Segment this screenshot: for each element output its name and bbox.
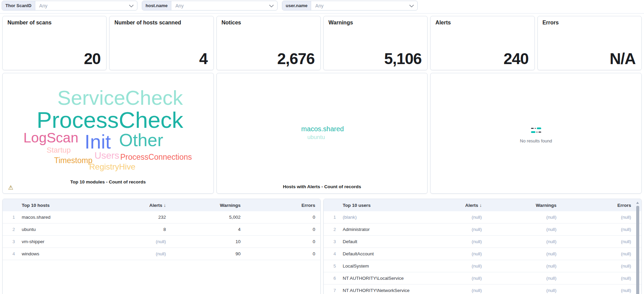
row-number: 3 bbox=[324, 239, 339, 244]
table-row: 3vm-shipper(null)100 bbox=[3, 236, 320, 248]
warning-icon[interactable]: ⚠ bbox=[8, 185, 13, 191]
warnings-cell: (null) bbox=[482, 239, 556, 244]
tag-word-other[interactable]: Other bbox=[119, 131, 163, 149]
modules-tag-cloud-panel: ServiceCheckProcessCheckLogScanInitOther… bbox=[2, 73, 214, 194]
warnings-column-header[interactable]: Warnings bbox=[482, 203, 556, 208]
name-cell: macos.shared bbox=[18, 215, 98, 220]
hosts-alerts-cloud-panel: macos.sharedubuntu Hosts with Alerts - C… bbox=[216, 73, 428, 194]
errors-cell: (null) bbox=[556, 227, 631, 232]
no-results-message: No results found bbox=[520, 138, 552, 143]
table-row: 5LocalSystem(null)(null)(null) bbox=[324, 260, 641, 272]
errors-cell: 0 bbox=[241, 227, 315, 232]
alerts-cell: (null) bbox=[98, 251, 166, 256]
row-number: 1 bbox=[3, 215, 18, 220]
panel-title: Number of hosts scanned bbox=[114, 20, 208, 26]
row-number: 4 bbox=[324, 251, 339, 256]
chevron-down-icon bbox=[129, 2, 134, 7]
metric-value: 2,676 bbox=[277, 50, 315, 68]
chevron-down-icon bbox=[409, 2, 414, 7]
metric-value: N/A bbox=[610, 50, 636, 68]
tag-word-ubuntu[interactable]: ubuntu bbox=[307, 134, 325, 140]
table-scrollbar[interactable] bbox=[636, 206, 639, 294]
errors-cell: (null) bbox=[556, 288, 631, 293]
filter-thor-scanid[interactable]: Thor ScanID Any bbox=[2, 1, 137, 11]
panel-title: Errors bbox=[543, 20, 637, 26]
tag-cloud: ServiceCheckProcessCheckLogScanInitOther… bbox=[3, 73, 213, 193]
filter-user-name[interactable]: user.name Any bbox=[282, 1, 418, 11]
metric-value: 240 bbox=[504, 50, 529, 68]
alerts-cell: 232 bbox=[98, 215, 166, 220]
tag-word-timestomp[interactable]: Timestomp bbox=[54, 157, 93, 164]
alerts-cell: (null) bbox=[414, 239, 482, 244]
scrollbar-up-arrow-icon[interactable] bbox=[636, 202, 639, 204]
name-cell: NT AUTHORITY\NetworkService bbox=[339, 288, 414, 293]
table-row: 2ubuntu840 bbox=[3, 223, 320, 236]
metric-notices: Notices 2,676 bbox=[216, 16, 321, 70]
alerts-cell: (null) bbox=[414, 227, 482, 232]
users-column-header[interactable]: Top 10 users bbox=[339, 203, 414, 208]
filter-value-select[interactable]: Any bbox=[171, 1, 277, 10]
alerts-cell: (null) bbox=[98, 239, 166, 244]
panel-title: Warnings bbox=[328, 20, 422, 26]
filter-bar: Thor ScanID Any host.name Any user.name … bbox=[0, 0, 644, 14]
hosts-column-header[interactable]: Top 10 hosts bbox=[18, 203, 98, 208]
row-number: 4 bbox=[3, 251, 18, 256]
tag-word-servicecheck[interactable]: ServiceCheck bbox=[57, 88, 183, 108]
warnings-cell: (null) bbox=[482, 251, 556, 256]
metric-alerts: Alerts 240 bbox=[430, 16, 534, 70]
alerts-cell: (null) bbox=[414, 251, 482, 256]
metric-hosts-scanned: Number of hosts scanned 4 bbox=[109, 16, 213, 70]
tag-word-processcheck[interactable]: ProcessCheck bbox=[37, 109, 183, 131]
alerts-column-header[interactable]: Alerts↓ bbox=[414, 203, 482, 208]
metric-errors: Errors N/A bbox=[537, 16, 642, 70]
tag-word-registryhive[interactable]: RegistryHive bbox=[89, 163, 135, 171]
filter-value-select[interactable]: Any bbox=[311, 1, 417, 10]
tag-word-macos.shared[interactable]: macos.shared bbox=[301, 125, 344, 132]
metric-warnings: Warnings 5,106 bbox=[323, 16, 428, 70]
tag-word-processconnections[interactable]: ProcessConnections bbox=[120, 153, 192, 161]
errors-column-header[interactable]: Errors bbox=[556, 203, 631, 208]
tag-word-init[interactable]: Init bbox=[84, 132, 111, 152]
errors-cell: (null) bbox=[556, 263, 631, 269]
errors-column-header[interactable]: Errors bbox=[241, 203, 315, 208]
tag-word-logscan[interactable]: LogScan bbox=[23, 131, 78, 145]
name-cell: LocalSystem bbox=[339, 263, 414, 269]
selected-value: Any bbox=[175, 3, 184, 8]
errors-cell: (null) bbox=[556, 215, 631, 220]
warnings-cell: (null) bbox=[482, 215, 556, 220]
viz-title: Hosts with Alerts - Count of records bbox=[217, 184, 428, 189]
filter-label: host.name bbox=[142, 1, 171, 10]
top-users-table-panel: Top 10 users Alerts↓ Warnings Errors 1(b… bbox=[323, 199, 642, 294]
metric-value: 5,106 bbox=[384, 50, 421, 68]
filter-value-select[interactable]: Any bbox=[35, 1, 137, 10]
filter-label: user.name bbox=[282, 1, 311, 10]
dashboard-grid: Number of scans 20 Number of hosts scann… bbox=[0, 14, 644, 294]
sort-desc-icon: ↓ bbox=[164, 203, 166, 208]
tag-word-startup[interactable]: Startup bbox=[47, 146, 71, 154]
filter-host-name[interactable]: host.name Any bbox=[142, 1, 278, 11]
warnings-cell: (null) bbox=[482, 227, 556, 232]
tag-word-users[interactable]: Users bbox=[94, 151, 119, 160]
selected-value: Any bbox=[315, 3, 323, 8]
row-number: 5 bbox=[324, 263, 339, 269]
top-hosts-table-panel: Top 10 hosts Alerts↓ Warnings Errors 1ma… bbox=[2, 199, 321, 294]
name-cell: vm-shipper bbox=[18, 239, 98, 244]
warnings-cell: (null) bbox=[482, 288, 556, 293]
name-cell: windows bbox=[18, 251, 98, 257]
panel-title: Number of scans bbox=[7, 20, 101, 26]
tag-cloud: macos.sharedubuntu bbox=[217, 73, 428, 193]
selected-value: Any bbox=[39, 3, 48, 8]
alerts-column-header[interactable]: Alerts↓ bbox=[98, 203, 166, 208]
warnings-cell: 5,002 bbox=[166, 215, 241, 220]
errors-cell: (null) bbox=[556, 276, 631, 281]
table-row: 2Administrator(null)(null)(null) bbox=[324, 223, 641, 236]
viz-title: Top 10 modules - Count of records bbox=[3, 179, 213, 184]
warnings-cell: (null) bbox=[482, 263, 556, 269]
table-row: 7NT AUTHORITY\NetworkService(null)(null)… bbox=[324, 285, 641, 294]
table-header-row: Top 10 hosts Alerts↓ Warnings Errors bbox=[3, 199, 320, 211]
warnings-cell: 4 bbox=[166, 227, 241, 232]
warnings-column-header[interactable]: Warnings bbox=[166, 203, 241, 208]
alerts-cell: (null) bbox=[414, 263, 482, 269]
warnings-cell: 10 bbox=[166, 239, 241, 244]
errors-cell: (null) bbox=[556, 239, 631, 244]
